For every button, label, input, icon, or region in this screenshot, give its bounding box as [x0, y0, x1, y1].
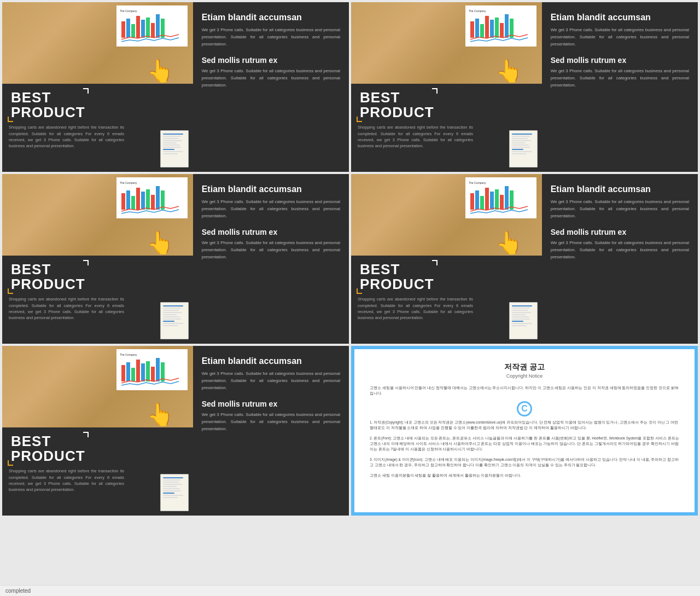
slide-2-title: BESTPRODUCT [360, 90, 434, 120]
slide-1-para2: We get 3 Phone calls. Suitable for all c… [202, 68, 340, 89]
svg-rect-13 [480, 24, 484, 38]
svg-rect-23 [131, 196, 135, 210]
slide-3-right: Etiam blandit accumsan We get 3 Phone ca… [193, 174, 349, 344]
mini-chart-4: The Company [465, 177, 536, 218]
slide-3-bottom: BESTPRODUCT Shopping carts are ab [2, 256, 193, 344]
slide-2-heading1: Etiam blandit accumsan [551, 12, 689, 22]
slide-3-para2: We get 3 Phone calls. Suitable for all c… [202, 240, 340, 261]
svg-rect-26 [146, 189, 150, 210]
svg-rect-48 [156, 358, 160, 381]
svg-rect-5 [141, 20, 145, 38]
svg-rect-2 [126, 19, 130, 38]
svg-rect-33 [480, 196, 484, 210]
copyright-section-2: 2. 폰트(Font): 고멘소 내에 사용되는 모든 폰트는, 폰트공유소 서… [370, 436, 679, 453]
slide-2-bottom: BESTPRODUCT Shopping carts are ab [351, 84, 542, 172]
svg-rect-16 [495, 18, 499, 38]
slide-5-title: BESTPRODUCT [11, 434, 85, 464]
slide-4-heading2: Sed mollis rutrum ex [551, 228, 689, 237]
clipboard-4 [509, 302, 538, 339]
svg-rect-1 [121, 21, 125, 38]
slide-3-title: BESTPRODUCT [11, 262, 85, 292]
slide-5-para2: We get 3 Phone calls. Suitable for all c… [202, 412, 340, 432]
svg-rect-41 [121, 365, 125, 381]
slide-5-bottom: BESTPRODUCT Shopping carts are ab [2, 427, 193, 516]
slide-4-title: BESTPRODUCT [360, 262, 434, 292]
slide-3-heading2: Sed mollis rutrum ex [202, 228, 340, 237]
slide-1-body: Shopping carts are abandoned right befor… [9, 124, 124, 149]
svg-text:The Company: The Company [120, 9, 137, 13]
svg-rect-38 [505, 186, 509, 210]
slide-2-left: The Company 👆 [351, 2, 542, 172]
copyright-section-3-text: 3. 이미지(Image) & 아이콘(Icon): 고멘소 내에 배포 이용되… [370, 457, 679, 468]
slide-1-title: BESTPRODUCT [11, 90, 85, 120]
svg-rect-46 [146, 361, 150, 381]
slide-2: The Company 👆 [351, 2, 698, 172]
slide-4: The Company 👆 [351, 174, 698, 344]
slide-5-left: The Company 👆 [2, 346, 193, 516]
slide-5-para1: We get 3 Phone calls. Suitable for all c… [202, 371, 340, 391]
slide-1: The Company [2, 2, 349, 172]
copyright-footer: 고멘소 세팅 이용자분들이 세팅을 잘 활용하여 세계에서 활용하는 이용자분들… [370, 473, 679, 478]
svg-rect-45 [141, 363, 145, 381]
mini-chart-1: The Company [116, 5, 188, 47]
svg-rect-7 [151, 23, 155, 38]
slide-4-heading1: Etiam blandit accumsan [551, 184, 689, 194]
svg-rect-42 [126, 362, 130, 381]
clipboard-5 [160, 474, 189, 511]
svg-text:The Company: The Company [469, 9, 486, 13]
slide-1-left: The Company [2, 2, 193, 172]
hand-pointer-3: 👆 [144, 228, 177, 256]
svg-rect-8 [156, 14, 160, 38]
svg-rect-4 [136, 16, 140, 38]
slide-3-left: The Company 👆 [2, 174, 193, 344]
slide-2-heading2: Sed mollis rutrum ex [551, 56, 689, 65]
slide-4-para1: We get 3 Phone calls. Suitable for all c… [551, 199, 689, 219]
mini-chart-5: The Company [116, 349, 188, 390]
svg-rect-17 [500, 23, 504, 38]
svg-rect-35 [490, 192, 494, 210]
clipboard-3 [160, 302, 189, 339]
slide-3-heading1: Etiam blandit accumsan [202, 184, 340, 194]
hand-pointer-2: 👆 [493, 56, 526, 84]
svg-text:The Company: The Company [120, 353, 137, 356]
svg-rect-28 [156, 186, 160, 210]
slide-1-heading1: Etiam blandit accumsan [202, 12, 340, 22]
slide-3-body: Shopping carts are abandoned right befor… [9, 296, 124, 321]
copyright-title-korean: 저작권 공고 [370, 362, 679, 372]
slide-5-body: Shopping carts are abandoned right befor… [9, 468, 124, 493]
copyright-notice: 저작권 공고 Copyright Notice 고멘소 세팅을 사용하시어 만들… [354, 349, 695, 512]
svg-text:The Company: The Company [120, 181, 137, 184]
svg-rect-18 [505, 14, 509, 38]
slide-5-top-image: The Company 👆 [2, 346, 193, 427]
svg-rect-44 [136, 360, 140, 381]
slide-4-top-image: The Company 👆 [351, 174, 542, 256]
slide-1-top-image: The Company [2, 2, 193, 84]
main-grid: The Company [0, 0, 700, 518]
svg-rect-15 [490, 20, 494, 38]
mini-chart-2: The Company [465, 5, 536, 47]
svg-text:The Company: The Company [469, 181, 486, 184]
slide-2-para1: We get 3 Phone calls. Suitable for all c… [551, 27, 689, 48]
slide-5: The Company 👆 [2, 346, 349, 516]
slide-5-right: Etiam blandit accumsan We get 3 Phone ca… [193, 346, 349, 516]
svg-rect-22 [126, 190, 130, 210]
svg-rect-37 [500, 195, 504, 210]
slide-4-bottom: BESTPRODUCT Shopping carts are ab [351, 256, 542, 344]
svg-rect-12 [475, 19, 479, 38]
copyright-section-3: 3. 이미지(Image) & 아이콘(Icon): 고멘소 내에 배포 이용되… [370, 457, 679, 468]
svg-rect-36 [495, 189, 499, 210]
clipboard-2 [509, 130, 538, 167]
slide-2-body: Shopping carts are abandoned right befor… [358, 124, 473, 149]
slide-3-top-image: The Company 👆 [2, 174, 193, 256]
slide-3-para1: We get 3 Phone calls. Suitable for all c… [202, 199, 340, 219]
svg-rect-27 [151, 195, 155, 210]
slide-2-right: Etiam blandit accumsan We get 3 Phone ca… [542, 2, 698, 172]
slide-2-top-image: The Company 👆 [351, 2, 542, 84]
copyright-intro: 고멘소 세팅을 사용하시어 만들어 내신 창작물에 대해서는 고멘소에서는 주소… [370, 385, 679, 397]
svg-rect-47 [151, 367, 155, 381]
slide-2-para2: We get 3 Phone calls. Suitable for all c… [551, 68, 689, 89]
svg-rect-31 [470, 193, 474, 210]
svg-rect-11 [470, 21, 474, 38]
slide-1-right: Etiam blandit accumsan We get 3 Phone ca… [193, 2, 349, 172]
svg-rect-21 [121, 193, 125, 210]
